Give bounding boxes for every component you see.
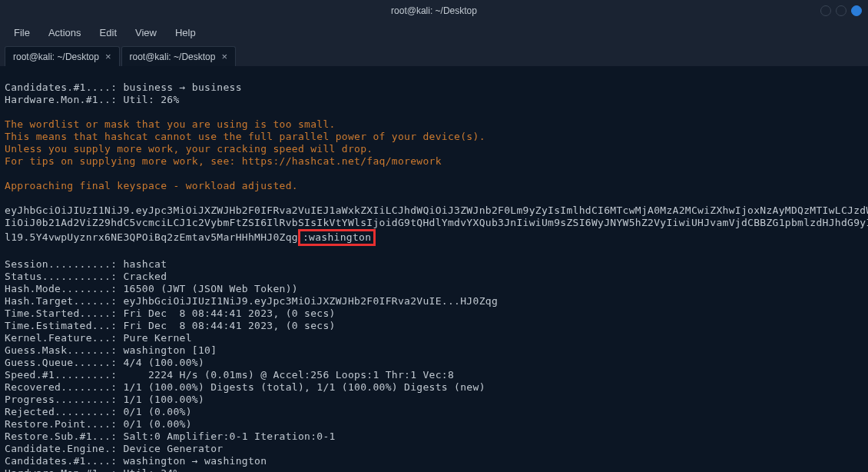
menubar: File Actions Edit View Help	[0, 22, 868, 43]
jwt-line: l19.5Y4vwpUyznrx6NE3QPOiBq2zEmtav5MarHHh…	[5, 231, 298, 243]
warning-line: This means that hashcat cannot use the f…	[5, 131, 485, 142]
menu-help[interactable]: Help	[167, 24, 204, 42]
menu-file[interactable]: File	[6, 24, 38, 42]
tab-label: root@kali: ~/Desktop	[13, 52, 99, 62]
close-icon[interactable]: ×	[105, 51, 111, 62]
status-line: Recovered........: 1/1 (100.00%) Digests…	[5, 381, 485, 393]
status-line: Restore.Sub.#1...: Salt:0 Amplifier:0-1 …	[5, 430, 336, 442]
warning-line: For tips on supplying more work, see: ht…	[5, 155, 442, 167]
tabbar: root@kali: ~/Desktop × root@kali: ~/Desk…	[0, 43, 868, 66]
status-line: Hash.Target......: eyJhbGciOiJIUzI1NiJ9.…	[5, 295, 498, 307]
status-line: Status...........: Cracked	[5, 271, 167, 282]
window-controls	[820, 5, 862, 16]
menu-view[interactable]: View	[128, 24, 164, 42]
maximize-button[interactable]	[836, 5, 846, 16]
status-line: Guess.Mask.......: washington [10]	[5, 344, 217, 356]
status-line: Candidate.Engine.: Device Generator	[5, 443, 223, 454]
titlebar: root@kali: ~/Desktop	[0, 0, 868, 22]
terminal-output[interactable]: Candidates.#1....: business → business H…	[0, 66, 868, 472]
close-icon[interactable]: ×	[221, 51, 227, 62]
warning-line: Unless you supply more work, your cracki…	[5, 143, 373, 155]
menu-edit[interactable]: Edit	[92, 24, 124, 42]
status-line: Hash.Mode........: 16500 (JWT (JSON Web …	[5, 283, 298, 294]
info-line: Approaching final keyspace - workload ad…	[5, 180, 298, 191]
menu-actions[interactable]: Actions	[41, 24, 89, 42]
status-line: Hardware.Mon.#1..: Util: 34%	[5, 467, 180, 472]
cracked-password-highlight: :washington	[298, 229, 376, 246]
status-line: Guess.Queue......: 4/4 (100.00%)	[5, 357, 204, 368]
status-line: Kernel.Feature...: Pure Kernel	[5, 332, 192, 344]
minimize-button[interactable]	[820, 5, 831, 16]
terminal-tab[interactable]: root@kali: ~/Desktop ×	[5, 46, 120, 66]
output-line: Candidates.#1....: business → business	[5, 81, 242, 93]
status-line: Session..........: hashcat	[5, 258, 167, 270]
status-line: Restore.Point....: 0/1 (0.00%)	[5, 418, 192, 430]
window-title: root@kali: ~/Desktop	[391, 5, 477, 16]
tab-label: root@kali: ~/Desktop	[130, 52, 216, 62]
status-line: Rejected.........: 0/1 (0.00%)	[5, 406, 192, 417]
status-line: Speed.#1.........: 2224 H/s (0.01ms) @ A…	[5, 369, 454, 381]
status-line: Time.Started.....: Fri Dec 8 08:44:41 20…	[5, 307, 336, 319]
close-button[interactable]	[851, 5, 862, 16]
status-line: Progress.........: 1/1 (100.00%)	[5, 394, 204, 405]
jwt-line: eyJhbGciOiJIUzI1NiJ9.eyJpc3MiOiJXZWJHb2F…	[5, 204, 868, 216]
status-line: Candidates.#1....: washington → washingt…	[5, 455, 267, 467]
terminal-tab[interactable]: root@kali: ~/Desktop ×	[121, 46, 237, 66]
warning-line: The wordlist or mask that you are using …	[5, 118, 336, 130]
status-line: Time.Estimated...: Fri Dec 8 08:44:41 20…	[5, 320, 336, 331]
jwt-line: IiOiJ0b21Ad2ViZ29hdC5vcmciLCJ1c2VybmFtZS…	[5, 217, 868, 228]
output-line: Hardware.Mon.#1..: Util: 26%	[5, 94, 180, 105]
